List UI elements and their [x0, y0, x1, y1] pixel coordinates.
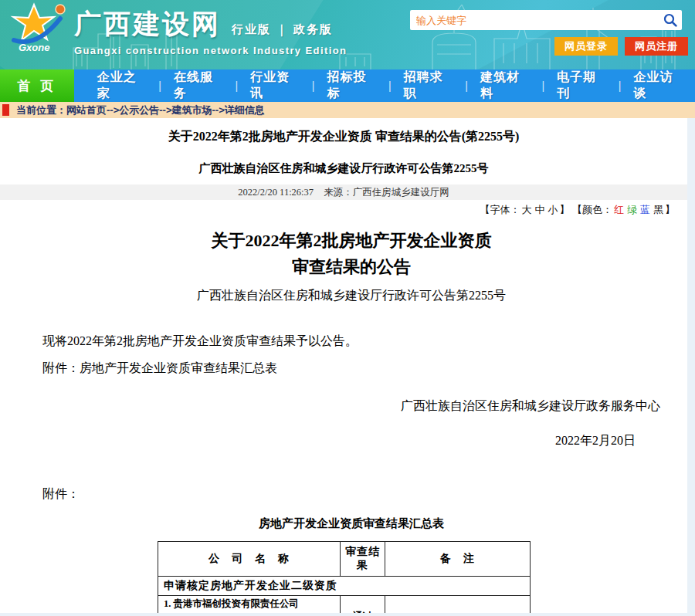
article-signature: 广西壮族自治区住房和城乡建设厅政务服务中心: [42, 398, 660, 415]
page-subtitle: 广西壮族自治区住房和城乡建设厅行政许可公告第2255号: [0, 145, 687, 176]
page-title: 关于2022年第2批房地产开发企业资质 审查结果的公告(第2255号): [0, 118, 687, 145]
attachment-label: 附件：: [42, 486, 660, 503]
article-paragraph: 附件：房地产开发企业资质审查结果汇总表: [42, 360, 660, 377]
font-color-option[interactable]: 黑: [653, 204, 663, 215]
nav-item[interactable]: 企业之家: [85, 69, 159, 102]
article-subtitle: 广西壮族自治区住房和城乡建设厅行政许可公告第2255号: [42, 288, 660, 304]
site-subtitle: Guangxi construction network Industry Ed…: [74, 45, 347, 56]
breadcrumb-bar: 当前位置：网站首页-->公示公告-->建筑市场-->详细信息: [0, 102, 695, 118]
font-color-close: 】: [665, 204, 675, 215]
font-size-label: 【字体：: [480, 204, 520, 215]
table-header-row: 公 司 名 称审查结果备 注: [158, 542, 531, 577]
attachment-table-title: 房地产开发企业资质审查结果汇总表: [42, 516, 660, 531]
font-color-label: 【颜色：: [572, 204, 612, 215]
search-box[interactable]: [410, 10, 682, 30]
main-nav: 首 页 企业之家|在线服务|行业资讯|招标投标|招聘求职|建筑材料|电子期刊|企…: [0, 69, 695, 102]
article-body: 关于2022年第2批房地产开发企业资质 审查结果的公告 广西壮族自治区住房和城乡…: [0, 228, 687, 531]
page-right-margin: [687, 118, 695, 616]
nav-items: 企业之家|在线服务|行业资讯|招标投标|招聘求职|建筑材料|电子期刊|企业访谈: [74, 69, 695, 102]
font-color-option[interactable]: 绿: [627, 204, 637, 215]
logo-text: Gxone: [19, 42, 49, 53]
table-header-cell: 备 注: [385, 542, 531, 577]
breadcrumb[interactable]: 当前位置：网站首页-->公示公告-->建筑市场-->详细信息: [16, 103, 265, 117]
nav-item[interactable]: 在线服务: [161, 69, 236, 102]
nav-item[interactable]: 企业访谈: [621, 69, 695, 102]
publish-time: 2022/2/20 11:26:37: [238, 187, 314, 198]
article-date: 2022年2月20日: [42, 433, 660, 449]
content-area: 关于2022年第2批房地产开发企业资质 审查结果的公告(第2255号) 广西壮族…: [0, 118, 687, 616]
nav-item[interactable]: 电子期刊: [544, 69, 619, 102]
member-login-button[interactable]: 网员登录: [554, 37, 618, 56]
site-brand: 广西建设网 行业版 ｜ 政务版 Guangxi construction net…: [74, 6, 347, 56]
search-icon: [663, 13, 677, 27]
breadcrumb-accent: [2, 104, 9, 116]
nav-item-home[interactable]: 首 页: [0, 69, 74, 102]
font-color-option[interactable]: 蓝: [640, 204, 650, 215]
article-paragraph: 现将2022年第2批房地产开发企业资质审查结果予以公告。: [42, 333, 660, 350]
font-size-option[interactable]: 小: [548, 204, 558, 215]
site-name: 广西建设网: [74, 6, 221, 42]
font-size-option[interactable]: 中: [534, 204, 544, 215]
search-input[interactable]: [410, 12, 659, 29]
nav-item[interactable]: 招聘求职: [392, 69, 466, 102]
article-meta-bar: 2022/2/20 11:26:37 来源：广西住房城乡建设厅网: [0, 184, 687, 200]
result-table-wrap: 公 司 名 称审查结果备 注 申请核定房地产开发企业二级资质 1. 贵港市福创投…: [158, 541, 530, 616]
table-header-cell: 公 司 名 称: [158, 542, 341, 577]
nav-item[interactable]: 招标投标: [314, 69, 388, 102]
result-table: 公 司 名 称审查结果备 注 申请核定房地产开发企业二级资质 1. 贵港市福创投…: [158, 541, 531, 616]
member-register-button[interactable]: 网员注册: [625, 37, 688, 56]
table-header-cell: 审查结果: [341, 542, 385, 577]
font-color-option[interactable]: 红: [614, 204, 624, 215]
font-size-close: 】: [559, 204, 569, 215]
nav-item[interactable]: 建筑材料: [468, 69, 542, 102]
table-section-row: 申请核定房地产开发企业二级资质: [158, 577, 531, 596]
section-cell: 申请核定房地产开发企业二级资质: [158, 577, 531, 596]
page-bottom-margin: [0, 613, 695, 616]
font-controls: 【字体：大中小】 【颜色：红绿蓝黑】: [0, 200, 687, 218]
font-size-option[interactable]: 大: [521, 204, 531, 215]
nav-item[interactable]: 行业资讯: [238, 69, 312, 102]
edition-tabs[interactable]: 行业版 ｜ 政务版: [232, 22, 333, 37]
site-header: Gxone 广西建设网 行业版 ｜ 政务版 Guangxi constructi…: [0, 0, 695, 69]
source-label: 来源：广西住房城乡建设厅网: [324, 187, 449, 198]
search-button[interactable]: [659, 10, 682, 30]
article-title: 关于2022年第2批房地产开发企业资质 审查结果的公告: [42, 228, 660, 280]
site-logo-star-icon[interactable]: Gxone: [6, 2, 71, 68]
member-buttons: 网员登录 网员注册: [554, 37, 688, 56]
